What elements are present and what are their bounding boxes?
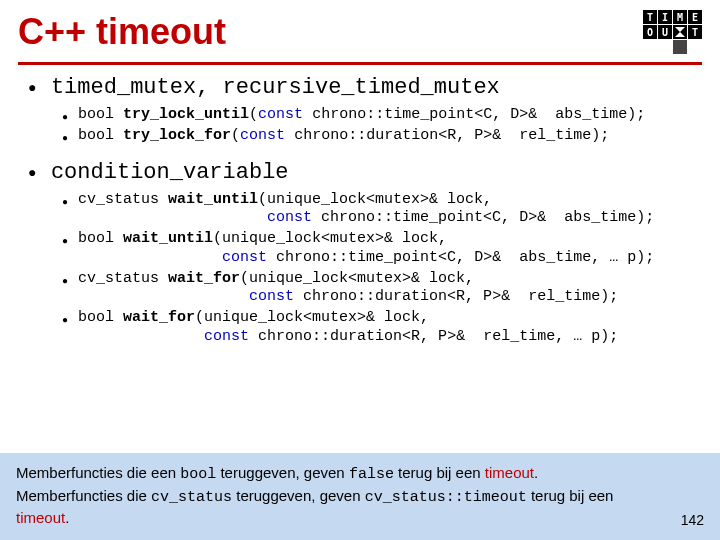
footer-text: Memberfuncties die een bool teruggeven, … [16, 463, 656, 528]
signature: bool wait_until(unique_lock<mutex>& lock… [78, 230, 654, 268]
signature-list: bool try_lock_until(const chrono::time_p… [28, 106, 702, 146]
signature: bool try_lock_until(const chrono::time_p… [78, 106, 645, 125]
signature: cv_status wait_for(unique_lock<mutex>& l… [78, 270, 618, 308]
slide-content: timed_mutex, recursive_timed_mutex bool … [0, 75, 720, 347]
signature: bool wait_for(unique_lock<mutex>& lock, … [78, 309, 618, 347]
logo-tile: I [658, 10, 672, 24]
slide-title: C++ timeout [18, 11, 226, 53]
signature-item: bool wait_for(unique_lock<mutex>& lock, … [62, 309, 702, 347]
logo-tile: O [643, 25, 657, 39]
logo-tile: M [673, 10, 687, 24]
signature-item: cv_status wait_until(unique_lock<mutex>&… [62, 191, 702, 229]
title-underline [18, 62, 702, 65]
page-number: 142 [675, 512, 704, 528]
signature: cv_status wait_until(unique_lock<mutex>&… [78, 191, 654, 229]
logo-tile: E [688, 10, 702, 24]
hourglass-base-icon [673, 40, 687, 54]
signature-item: bool wait_until(unique_lock<mutex>& lock… [62, 230, 702, 268]
logo-tile: T [688, 25, 702, 39]
logo-tile: U [658, 25, 672, 39]
section-heading: timed_mutex, recursive_timed_mutex [51, 75, 500, 100]
section-heading: condition_variable [51, 160, 289, 185]
section: timed_mutex, recursive_timed_mutex bool … [28, 75, 702, 146]
section-list: timed_mutex, recursive_timed_mutex bool … [18, 75, 702, 347]
timeout-logo: T I M E O U T [643, 10, 702, 54]
logo-tile: T [643, 10, 657, 24]
signature: bool try_lock_for(const chrono::duration… [78, 127, 609, 146]
signature-list: cv_status wait_until(unique_lock<mutex>&… [28, 191, 702, 347]
title-bar: C++ timeout T I M E O U T [0, 0, 720, 58]
hourglass-icon [673, 25, 687, 39]
signature-item: cv_status wait_for(unique_lock<mutex>& l… [62, 270, 702, 308]
footer-note: Memberfuncties die een bool teruggeven, … [0, 453, 720, 540]
section: condition_variable cv_status wait_until(… [28, 160, 702, 347]
signature-item: bool try_lock_until(const chrono::time_p… [62, 106, 702, 125]
signature-item: bool try_lock_for(const chrono::duration… [62, 127, 702, 146]
